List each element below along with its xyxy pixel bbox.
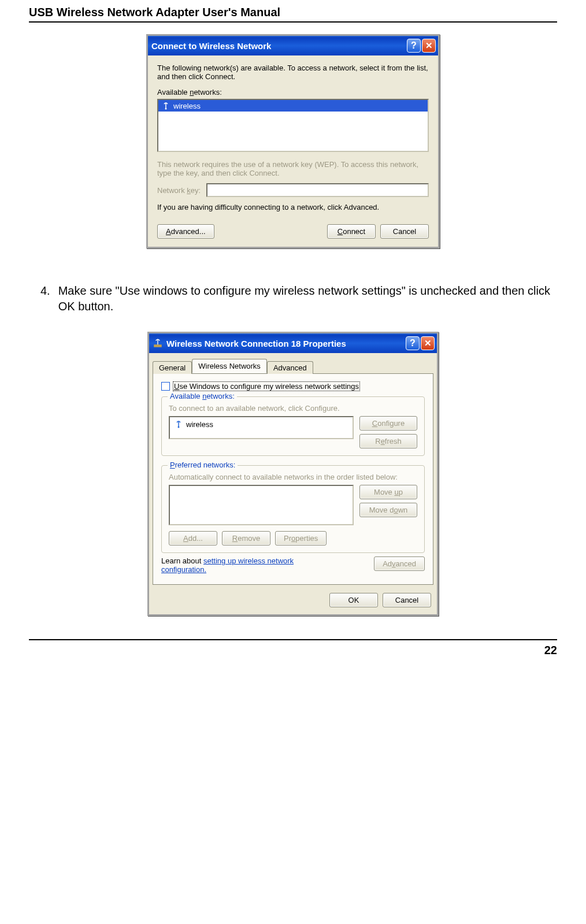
svg-rect-1	[154, 344, 162, 347]
help-icon[interactable]: ?	[407, 39, 421, 53]
add-button[interactable]: Add...	[169, 531, 217, 546]
antenna-icon	[162, 102, 170, 110]
footer-rule	[29, 639, 557, 640]
available-networks-list[interactable]: wireless	[169, 416, 354, 439]
network-item-label: wireless	[186, 420, 213, 429]
titlebar: Connect to Wireless Network ? ✕	[148, 36, 438, 55]
network-item[interactable]: wireless	[171, 418, 351, 430]
learn-prefix: Learn about	[161, 556, 203, 565]
tab-wireless-networks[interactable]: Wireless Networks	[192, 359, 267, 373]
figure-1-wrap: Connect to Wireless Network ? ✕ The foll…	[29, 34, 557, 248]
properties-button[interactable]: Properties	[275, 531, 327, 546]
advanced-button[interactable]: Advanced...	[157, 224, 214, 239]
remove-button[interactable]: Remove	[222, 531, 270, 546]
titlebar: Wireless Network Connection 18 Propertie…	[149, 333, 437, 353]
step-4: 4. Make sure "Use windows to configure m…	[29, 283, 557, 314]
close-icon[interactable]: ✕	[422, 39, 436, 53]
learn-row: Learn about setting up wireless network …	[161, 556, 425, 574]
ok-button[interactable]: OK	[329, 593, 378, 607]
figure-2-wrap: Wireless Network Connection 18 Propertie…	[29, 332, 557, 616]
cancel-button[interactable]: Cancel	[383, 593, 431, 607]
dialog-connect-wireless: Connect to Wireless Network ? ✕ The foll…	[146, 34, 440, 248]
tab-strip: General Wireless Networks Advanced	[149, 353, 437, 373]
document-header: USB Wireless Network Adapter User's Manu…	[29, 6, 557, 19]
available-two-col: wireless Configure Refresh	[169, 416, 417, 448]
use-windows-checkbox[interactable]	[161, 382, 170, 391]
document-page: USB Wireless Network Adapter User's Manu…	[0, 0, 586, 924]
wep-note: This network requires the use of a netwo…	[157, 160, 429, 177]
groupbox-legend-preferred: Preferred networks:	[168, 461, 238, 469]
advanced-button[interactable]: Advanced	[374, 556, 425, 571]
header-rule	[29, 21, 557, 23]
network-item-label: wireless	[173, 102, 201, 110]
groupbox-preferred-networks: Preferred networks: Automatically connec…	[161, 465, 425, 553]
network-key-input[interactable]	[206, 183, 429, 197]
cancel-button[interactable]: Cancel	[380, 224, 429, 239]
available-networks-label: Available networks:	[157, 88, 429, 97]
network-key-label: Network key:	[157, 186, 201, 195]
dialog-wireless-properties: Wireless Network Connection 18 Propertie…	[147, 332, 439, 616]
help-icon[interactable]: ?	[406, 336, 420, 350]
dialog-body: The following network(s) are available. …	[148, 55, 438, 247]
tab-panel-wireless: Use Windows to configure my wireless net…	[153, 373, 433, 585]
configure-button[interactable]: Configure	[359, 416, 417, 431]
svg-point-2	[178, 426, 180, 428]
dialog2-bottom-buttons: OK Cancel	[149, 589, 437, 614]
intro-text: The following network(s) are available. …	[157, 64, 429, 81]
antenna-icon	[175, 420, 183, 428]
tab-general[interactable]: General	[153, 361, 192, 374]
preferred-hint: Automatically connect to available netwo…	[169, 473, 417, 481]
preferred-two-col: Move up Move down	[169, 485, 417, 525]
use-windows-checkbox-label: Use Windows to configure my wireless net…	[173, 382, 359, 391]
move-down-button[interactable]: Move down	[359, 503, 417, 517]
move-up-button[interactable]: Move up	[359, 485, 417, 499]
refresh-button[interactable]: Refresh	[359, 434, 417, 448]
learn-text: Learn about setting up wireless network …	[161, 556, 323, 574]
preferred-networks-list[interactable]	[169, 485, 354, 525]
groupbox-legend-available: Available networks:	[168, 392, 237, 400]
available-side-buttons: Configure Refresh	[359, 416, 417, 448]
preferred-action-buttons: Add... Remove Properties	[169, 531, 417, 546]
network-key-row: Network key:	[157, 183, 429, 197]
available-hint: To connect to an available network, clic…	[169, 404, 417, 413]
titlebar-title: Wireless Network Connection 18 Propertie…	[166, 339, 405, 348]
step-body: Make sure "Use windows to configure my w…	[58, 283, 557, 314]
dialog1-button-row: Advanced... Connect Cancel	[157, 224, 429, 239]
close-icon[interactable]: ✕	[421, 336, 435, 350]
tab-advanced[interactable]: Advanced	[267, 361, 313, 374]
titlebar-title: Connect to Wireless Network	[151, 41, 406, 51]
preferred-side-buttons: Move up Move down	[359, 485, 417, 517]
groupbox-available-networks: Available networks: To connect to an ava…	[161, 396, 425, 456]
advanced-hint: If you are having difficulty connecting …	[157, 203, 429, 211]
use-windows-checkbox-row: Use Windows to configure my wireless net…	[161, 382, 425, 391]
page-number: 22	[29, 644, 557, 657]
window-icon	[153, 338, 163, 348]
step-number: 4.	[40, 283, 50, 314]
svg-point-0	[165, 108, 167, 110]
network-item-selected[interactable]: wireless	[158, 100, 428, 112]
available-networks-listbox[interactable]: wireless	[157, 99, 429, 152]
connect-button[interactable]: Connect	[327, 224, 376, 239]
